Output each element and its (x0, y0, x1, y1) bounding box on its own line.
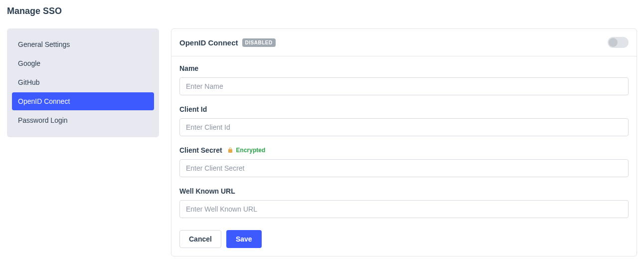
lock-icon (227, 147, 233, 153)
client-secret-label: Client Secret Encrypted (179, 146, 629, 154)
panel-header: OpenID Connect DISABLED (171, 29, 637, 56)
panel-title: OpenID Connect (179, 38, 238, 47)
cancel-button[interactable]: Cancel (179, 230, 221, 248)
page-title: Manage SSO (7, 6, 637, 16)
well-known-url-input[interactable] (179, 200, 629, 218)
sidebar-item-github[interactable]: GitHub (12, 73, 154, 91)
enable-toggle[interactable] (608, 37, 629, 48)
sidebar-item-google[interactable]: Google (12, 54, 154, 72)
well-known-url-label: Well Known URL (179, 187, 629, 195)
form-group-client-id: Client Id (179, 105, 629, 136)
encrypted-text: Encrypted (236, 147, 266, 154)
sidebar-item-general-settings[interactable]: General Settings (12, 35, 154, 53)
form-group-well-known-url: Well Known URL (179, 187, 629, 218)
status-badge: DISABLED (242, 38, 276, 47)
form-group-client-secret: Client Secret Encrypted (179, 146, 629, 177)
sidebar-item-password-login[interactable]: Password Login (12, 111, 154, 129)
client-id-input[interactable] (179, 118, 629, 136)
toggle-knob (609, 38, 618, 47)
save-button[interactable]: Save (226, 230, 262, 248)
sidebar: General Settings Google GitHub OpenID Co… (7, 28, 159, 137)
main-panel: OpenID Connect DISABLED Name Client Id C… (171, 28, 637, 257)
client-id-label: Client Id (179, 105, 629, 113)
name-input[interactable] (179, 77, 629, 95)
button-row: Cancel Save (179, 230, 629, 248)
form-group-name: Name (179, 64, 629, 95)
name-label: Name (179, 64, 629, 72)
client-secret-input[interactable] (179, 159, 629, 177)
encrypted-badge: Encrypted (227, 147, 266, 154)
sidebar-item-openid-connect[interactable]: OpenID Connect (12, 92, 154, 110)
panel-body: Name Client Id Client Secret (171, 56, 637, 256)
client-secret-label-text: Client Secret (179, 146, 222, 154)
